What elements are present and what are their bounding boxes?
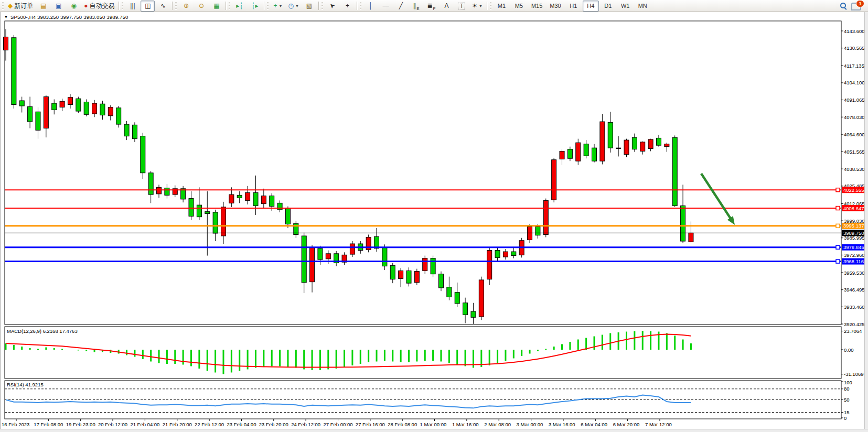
auto-scroll-button[interactable]: ▸┆ [232, 1, 247, 12]
chart-bars-button[interactable]: ||| [125, 1, 140, 12]
tile-windows-button[interactable]: ▦ [209, 1, 223, 12]
time-tick-label: 23 Feb 04:00 [227, 422, 256, 427]
price-tick-label: 4051.565 [844, 149, 865, 155]
candle-down [584, 144, 588, 156]
new-chart-button[interactable]: +▼ [271, 1, 285, 12]
candle-down [318, 249, 323, 260]
candle-up [4, 37, 8, 50]
chart-line-button[interactable]: ∿ [156, 1, 170, 12]
chart-shift-button[interactable]: ┆▸ [248, 1, 262, 12]
candle-down [165, 188, 169, 196]
candle-down [19, 101, 24, 106]
draw-fibonacci-icon: ≣ [427, 3, 432, 9]
new-chart-dropdown-icon[interactable]: ▼ [279, 4, 283, 8]
periods-dropdown-icon[interactable]: ▼ [295, 4, 299, 8]
timeframe-mn-button[interactable]: MN [635, 1, 651, 12]
notifications-icon[interactable]: 1 [851, 3, 861, 10]
line-handle[interactable] [836, 260, 840, 263]
draw-fibonacci-button[interactable]: ≣F [424, 1, 438, 12]
periods-button[interactable]: ◷▼ [286, 1, 301, 12]
candle-down [237, 195, 242, 198]
candle-down [148, 173, 153, 195]
new-chart-icon: + [274, 3, 277, 9]
search-icon[interactable] [840, 2, 847, 9]
draw-trendline-button[interactable]: ╱ [394, 1, 408, 12]
templates-button[interactable]: ▧ [302, 1, 316, 12]
chart-symbol-title: SP500-,H4 3983.250 3997.750 3983.050 398… [10, 14, 128, 20]
candle-down [52, 103, 57, 110]
zoom-in-button[interactable]: ⊕ [179, 1, 193, 12]
price-tick-label: 4117.135 [844, 63, 864, 69]
charts-window-button[interactable]: ▣ [51, 1, 66, 12]
chart-candles-button[interactable]: ◫ [141, 1, 155, 12]
time-tick-label: 21 Feb 20:00 [163, 422, 192, 427]
line-handle[interactable] [836, 188, 840, 192]
candle-down [632, 137, 637, 149]
price-label-text: 3989.750 [843, 230, 864, 236]
draw-hline-button[interactable]: — [379, 1, 393, 12]
cursor-button[interactable]: ➤ [325, 1, 339, 12]
time-tick-label: 1 Mar 16:00 [452, 422, 479, 427]
timeframe-m15-button[interactable]: M15 [528, 1, 545, 12]
draw-label-button[interactable]: T [455, 1, 469, 12]
auto-trading-label: 自动交易 [89, 2, 114, 10]
candle-up [229, 195, 234, 203]
timeframe-h1-button[interactable]: H1 [565, 1, 582, 12]
chart-bars-icon: ||| [130, 3, 135, 9]
line-handle[interactable] [836, 224, 840, 228]
rsi-axis-label: 80 [844, 386, 850, 392]
candle-up [665, 144, 669, 147]
candle-up [44, 96, 48, 128]
candle-down [84, 102, 89, 115]
arrows-tool-dropdown-icon[interactable]: ▼ [479, 4, 483, 8]
draw-fibonacci-sub-label: F [433, 6, 435, 11]
candle-down [141, 136, 145, 173]
line-handle[interactable] [836, 245, 840, 249]
new-order-icon: ◆ [8, 3, 13, 9]
line-handle[interactable] [836, 207, 840, 210]
auto-trading-icon: ● [84, 3, 88, 9]
timeframe-m1-button[interactable]: M1 [494, 1, 510, 12]
candle-up [503, 252, 508, 257]
candle-down [116, 108, 121, 124]
candle-down [36, 112, 40, 130]
arrows-tool-button[interactable]: ✶▼ [470, 1, 485, 12]
window-bottom-edge [0, 429, 868, 432]
time-tick-label: 19 Feb 23:00 [66, 422, 95, 427]
auto-trading-button[interactable]: ●自动交易 [82, 1, 116, 12]
rsi-axis-label: 15 [844, 409, 850, 415]
time-tick-label: 3 Mar 16:00 [549, 422, 575, 427]
time-tick-label: 1 Mar 00:00 [420, 422, 447, 427]
draw-channel-button[interactable]: ∥E [409, 1, 423, 12]
timeframe-m5-button[interactable]: M5 [511, 1, 527, 12]
new-order-button[interactable]: ◆新订单 [6, 1, 35, 12]
chart-line-icon: ∿ [160, 3, 166, 9]
timeframe-w1-button[interactable]: W1 [617, 1, 634, 12]
time-tick-label: 3 Mar 00:00 [517, 422, 543, 427]
market-watch-button[interactable]: ▤ [36, 1, 50, 12]
timeframe-d1-button[interactable]: D1 [600, 1, 616, 12]
zoom-out-button[interactable]: ⊖ [194, 1, 208, 12]
crosshair-button[interactable]: + [340, 1, 355, 12]
time-tick-label: 24 Feb 12:00 [291, 422, 320, 427]
price-chart[interactable]: 4143.6004130.5654117.1354104.1004091.065… [1, 12, 865, 429]
price-tick-label: 3933.460 [844, 304, 865, 310]
timeframe-m30-button[interactable]: M30 [546, 1, 564, 12]
candle-up [624, 140, 629, 155]
timeframe-h4-button[interactable]: H4 [583, 1, 599, 12]
candle-down [197, 205, 201, 217]
candle-down [132, 125, 137, 138]
candle-down [592, 148, 597, 161]
draw-text-button[interactable]: A [440, 1, 454, 12]
macd-axis-label: 0.00 [844, 347, 854, 353]
signals-button[interactable]: ◉ [67, 1, 81, 12]
candle-up [68, 98, 72, 105]
chart-dropdown-icon[interactable]: ▼ [4, 15, 8, 19]
candle-down [567, 149, 572, 159]
time-tick-label: 21 Feb 04:00 [130, 422, 159, 427]
price-tick-label: 4078.030 [844, 114, 865, 120]
candle-down [253, 192, 258, 206]
draw-vline-button[interactable]: │ [363, 1, 378, 12]
periods-icon: ◷ [288, 3, 293, 9]
candle-up [221, 207, 226, 236]
